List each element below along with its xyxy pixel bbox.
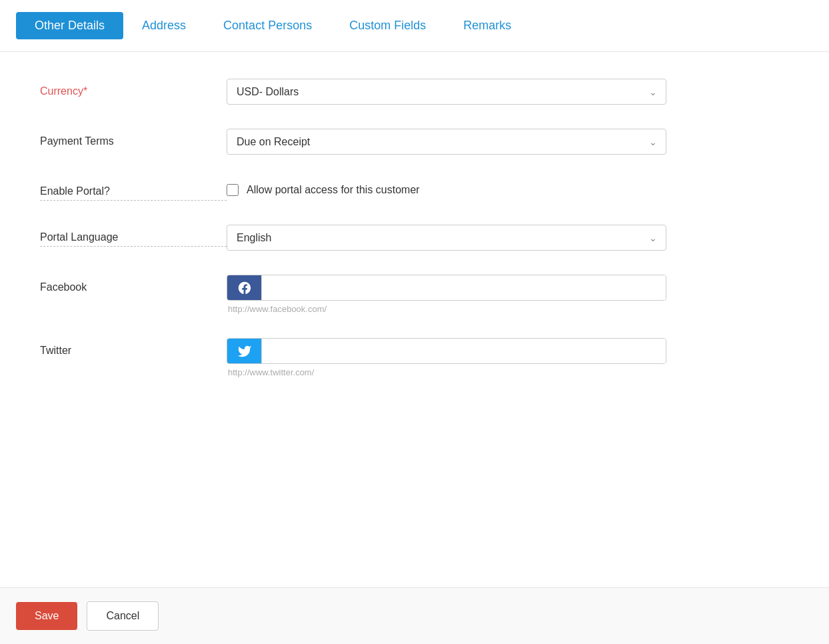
tab-custom-fields[interactable]: Custom Fields bbox=[331, 12, 444, 39]
twitter-input-wrapper bbox=[227, 338, 666, 364]
facebook-hint: http://www.facebook.com/ bbox=[228, 304, 666, 314]
enable-portal-row: Enable Portal? Allow portal access for t… bbox=[40, 179, 789, 201]
facebook-input[interactable] bbox=[262, 275, 666, 300]
enable-portal-checkbox-row: Allow portal access for this customer bbox=[227, 179, 666, 196]
portal-language-select[interactable]: English French German Spanish Portuguese bbox=[227, 225, 666, 251]
twitter-row: Twitter http://www.twitter.com/ bbox=[40, 338, 789, 377]
enable-portal-label: Enable Portal? bbox=[40, 179, 227, 201]
payment-terms-select-wrapper: Due on Receipt Net 15 Net 30 Net 45 Net … bbox=[227, 129, 666, 155]
enable-portal-control: Allow portal access for this customer bbox=[227, 179, 666, 196]
enable-portal-checkbox-label[interactable]: Allow portal access for this customer bbox=[247, 184, 420, 196]
twitter-control: http://www.twitter.com/ bbox=[227, 338, 666, 377]
twitter-label: Twitter bbox=[40, 338, 227, 357]
twitter-icon bbox=[237, 344, 252, 359]
cancel-button[interactable]: Cancel bbox=[87, 601, 159, 631]
tab-remarks[interactable]: Remarks bbox=[444, 12, 530, 39]
currency-label: Currency* bbox=[40, 79, 227, 97]
enable-portal-checkbox[interactable] bbox=[227, 184, 239, 196]
payment-terms-label: Payment Terms bbox=[40, 129, 227, 147]
payment-terms-row: Payment Terms Due on Receipt Net 15 Net … bbox=[40, 129, 789, 155]
twitter-hint: http://www.twitter.com/ bbox=[228, 367, 666, 377]
tab-other-details[interactable]: Other Details bbox=[16, 12, 123, 39]
facebook-control: http://www.facebook.com/ bbox=[227, 275, 666, 314]
payment-terms-control: Due on Receipt Net 15 Net 30 Net 45 Net … bbox=[227, 129, 666, 155]
currency-control: USD- Dollars EUR- Euro GBP- Pound JPY- Y… bbox=[227, 79, 666, 105]
payment-terms-select[interactable]: Due on Receipt Net 15 Net 30 Net 45 Net … bbox=[227, 129, 666, 155]
facebook-row: Facebook http://www.facebook.com/ bbox=[40, 275, 789, 314]
facebook-label: Facebook bbox=[40, 275, 227, 293]
portal-language-select-wrapper: English French German Spanish Portuguese… bbox=[227, 225, 666, 251]
save-button[interactable]: Save bbox=[16, 602, 77, 630]
tab-contact-persons[interactable]: Contact Persons bbox=[205, 12, 331, 39]
portal-language-row: Portal Language English French German Sp… bbox=[40, 225, 789, 251]
footer: Save Cancel bbox=[0, 587, 829, 644]
tab-address[interactable]: Address bbox=[123, 12, 205, 39]
portal-language-control: English French German Spanish Portuguese… bbox=[227, 225, 666, 251]
currency-row: Currency* USD- Dollars EUR- Euro GBP- Po… bbox=[40, 79, 789, 105]
tab-bar: Other Details Address Contact Persons Cu… bbox=[0, 0, 829, 52]
currency-select-wrapper: USD- Dollars EUR- Euro GBP- Pound JPY- Y… bbox=[227, 79, 666, 105]
facebook-input-wrapper bbox=[227, 275, 666, 301]
facebook-icon bbox=[237, 281, 252, 295]
main-content: Currency* USD- Dollars EUR- Euro GBP- Po… bbox=[0, 52, 829, 587]
facebook-icon-box bbox=[227, 275, 262, 300]
portal-language-label: Portal Language bbox=[40, 225, 227, 247]
twitter-input[interactable] bbox=[262, 339, 666, 363]
currency-select[interactable]: USD- Dollars EUR- Euro GBP- Pound JPY- Y… bbox=[227, 79, 666, 105]
twitter-icon-box bbox=[227, 339, 262, 363]
